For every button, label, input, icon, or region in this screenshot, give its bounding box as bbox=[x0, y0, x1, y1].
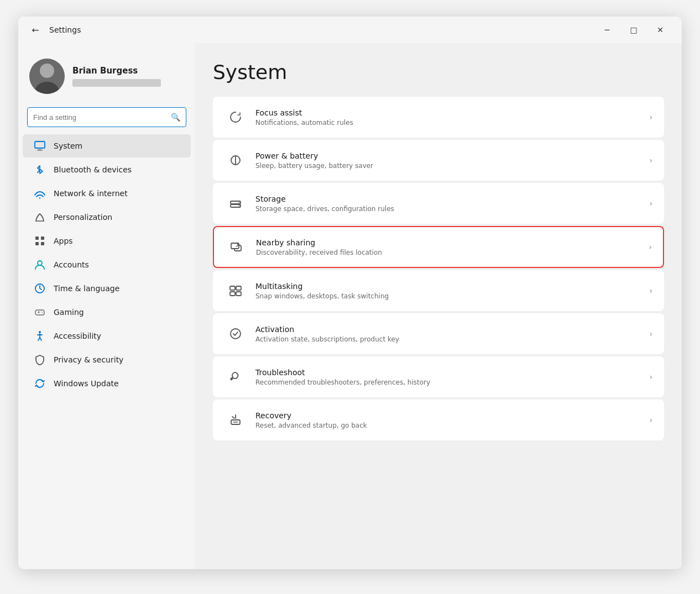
privacy-icon bbox=[34, 354, 46, 366]
nav-label-network: Network & internet bbox=[54, 189, 128, 198]
setting-card-multitasking[interactable]: Multitasking Snap windows, desktops, tas… bbox=[213, 270, 664, 311]
setting-title-troubleshoot: Troubleshoot bbox=[255, 368, 640, 377]
profile-info: Brian Burgess bbox=[72, 66, 161, 87]
setting-card-recovery[interactable]: Recovery Reset, advanced startup, go bac… bbox=[213, 399, 664, 440]
nav-label-accessibility: Accessibility bbox=[54, 332, 101, 340]
svg-point-29 bbox=[239, 206, 240, 207]
sidebar-item-accessibility[interactable]: Accessibility bbox=[18, 324, 195, 348]
sidebar-item-time[interactable]: Time & language bbox=[18, 277, 195, 300]
svg-point-28 bbox=[239, 202, 240, 203]
close-button[interactable]: ✕ bbox=[647, 21, 673, 39]
setting-card-focus-assist[interactable]: Focus assist Notifications, automatic ru… bbox=[213, 97, 664, 138]
nav-item-accounts[interactable]: Accounts bbox=[23, 253, 191, 276]
nav-item-network[interactable]: Network & internet bbox=[23, 182, 191, 205]
minimize-button[interactable]: ─ bbox=[594, 21, 620, 39]
sidebar-item-accounts[interactable]: Accounts bbox=[18, 253, 195, 276]
nav-label-accounts: Accounts bbox=[54, 260, 89, 269]
setting-desc-troubleshoot: Recommended troubleshooters, preferences… bbox=[255, 379, 640, 386]
setting-title-power-battery: Power & battery bbox=[255, 151, 640, 160]
setting-title-activation: Activation bbox=[255, 325, 640, 334]
nav-label-personalization: Personalization bbox=[54, 213, 112, 222]
update-icon bbox=[34, 377, 46, 390]
window-controls: ─ □ ✕ bbox=[594, 21, 673, 39]
svg-point-19 bbox=[39, 331, 41, 333]
settings-list: Focus assist Notifications, automatic ru… bbox=[213, 97, 664, 440]
search-bar[interactable]: 🔍 bbox=[27, 107, 186, 127]
setting-card-power-battery[interactable]: Power & battery Sleep, battery usage, ba… bbox=[213, 140, 664, 181]
focus-assist-icon bbox=[224, 106, 247, 128]
svg-point-35 bbox=[231, 329, 241, 339]
setting-card-nearby-sharing[interactable]: Nearby sharing Discoverability, received… bbox=[213, 226, 664, 268]
nav-item-bluetooth[interactable]: Bluetooth & devices bbox=[23, 158, 191, 181]
sidebar-item-apps[interactable]: Apps bbox=[18, 229, 195, 253]
setting-desc-nearby-sharing: Discoverability, received files location bbox=[256, 249, 640, 256]
sidebar-item-system[interactable]: System bbox=[23, 134, 191, 157]
svg-point-17 bbox=[41, 312, 42, 313]
window-title: Settings bbox=[49, 25, 81, 34]
svg-rect-9 bbox=[41, 236, 44, 240]
nav-item-gaming[interactable]: Gaming bbox=[23, 301, 191, 324]
multitasking-icon bbox=[224, 280, 247, 302]
sidebar-item-network[interactable]: Network & internet bbox=[18, 182, 195, 205]
network-icon bbox=[34, 187, 46, 199]
nav-label-bluetooth: Bluetooth & devices bbox=[54, 165, 132, 174]
nav-label-privacy: Privacy & security bbox=[54, 355, 123, 364]
nearby-sharing-icon bbox=[225, 236, 247, 258]
sidebar-item-bluetooth[interactable]: Bluetooth & devices bbox=[18, 158, 195, 181]
nav-item-apps[interactable]: Apps bbox=[23, 229, 191, 253]
main-layout: Brian Burgess 🔍 System Bluetooth & bbox=[18, 43, 682, 569]
profile-section: Brian Burgess bbox=[18, 50, 195, 103]
back-button[interactable]: ← bbox=[27, 22, 44, 38]
avatar bbox=[29, 59, 65, 94]
nav-label-apps: Apps bbox=[54, 236, 73, 245]
nav-label-gaming: Gaming bbox=[54, 308, 84, 317]
maximize-button[interactable]: □ bbox=[621, 21, 646, 39]
svg-rect-8 bbox=[35, 236, 39, 240]
accessibility-icon bbox=[34, 330, 46, 342]
personalization-icon bbox=[34, 211, 46, 223]
page-title: System bbox=[213, 61, 664, 83]
nav-item-update[interactable]: Windows Update bbox=[23, 372, 191, 395]
svg-rect-32 bbox=[236, 286, 241, 290]
chevron-right-icon: › bbox=[649, 329, 652, 338]
setting-text-troubleshoot: Troubleshoot Recommended troubleshooters… bbox=[247, 368, 649, 386]
setting-card-storage[interactable]: Storage Storage space, drives, configura… bbox=[213, 183, 664, 224]
setting-title-multitasking: Multitasking bbox=[255, 282, 640, 291]
setting-desc-focus-assist: Notifications, automatic rules bbox=[255, 119, 640, 127]
setting-text-focus-assist: Focus assist Notifications, automatic ru… bbox=[247, 108, 649, 127]
sidebar-item-personalization[interactable]: Personalization bbox=[18, 206, 195, 229]
nav-list: System Bluetooth & devices Network & int… bbox=[18, 134, 195, 395]
nav-item-privacy[interactable]: Privacy & security bbox=[23, 348, 191, 371]
svg-rect-31 bbox=[230, 286, 235, 290]
svg-point-12 bbox=[38, 261, 42, 265]
setting-desc-power-battery: Sleep, battery usage, battery saver bbox=[255, 162, 640, 170]
storage-icon bbox=[224, 192, 247, 214]
svg-rect-11 bbox=[41, 242, 44, 245]
nav-label-update: Windows Update bbox=[54, 379, 119, 388]
chevron-right-icon: › bbox=[649, 286, 652, 295]
nav-label-time: Time & language bbox=[54, 284, 119, 293]
chevron-right-icon: › bbox=[649, 243, 652, 251]
search-input[interactable] bbox=[33, 113, 166, 122]
sidebar: Brian Burgess 🔍 System Bluetooth & bbox=[18, 43, 195, 569]
setting-desc-multitasking: Snap windows, desktops, task switching bbox=[255, 292, 640, 300]
setting-desc-activation: Activation state, subscriptions, product… bbox=[255, 335, 640, 343]
profile-email bbox=[72, 79, 161, 87]
nav-item-accessibility[interactable]: Accessibility bbox=[23, 324, 191, 348]
svg-rect-34 bbox=[236, 292, 241, 296]
chevron-right-icon: › bbox=[649, 199, 652, 208]
time-icon bbox=[34, 282, 46, 295]
nav-item-personalization[interactable]: Personalization bbox=[23, 206, 191, 229]
sidebar-item-update[interactable]: Windows Update bbox=[18, 372, 195, 395]
troubleshoot-icon bbox=[224, 366, 247, 388]
setting-card-troubleshoot[interactable]: Troubleshoot Recommended troubleshooters… bbox=[213, 356, 664, 397]
gaming-icon bbox=[34, 306, 46, 318]
setting-title-recovery: Recovery bbox=[255, 411, 640, 420]
nav-item-system[interactable]: System bbox=[23, 134, 191, 157]
nav-item-time[interactable]: Time & language bbox=[23, 277, 191, 300]
chevron-right-icon: › bbox=[649, 156, 652, 165]
svg-line-23 bbox=[40, 338, 41, 340]
sidebar-item-gaming[interactable]: Gaming bbox=[18, 301, 195, 324]
setting-card-activation[interactable]: Activation Activation state, subscriptio… bbox=[213, 313, 664, 354]
sidebar-item-privacy[interactable]: Privacy & security bbox=[18, 348, 195, 371]
